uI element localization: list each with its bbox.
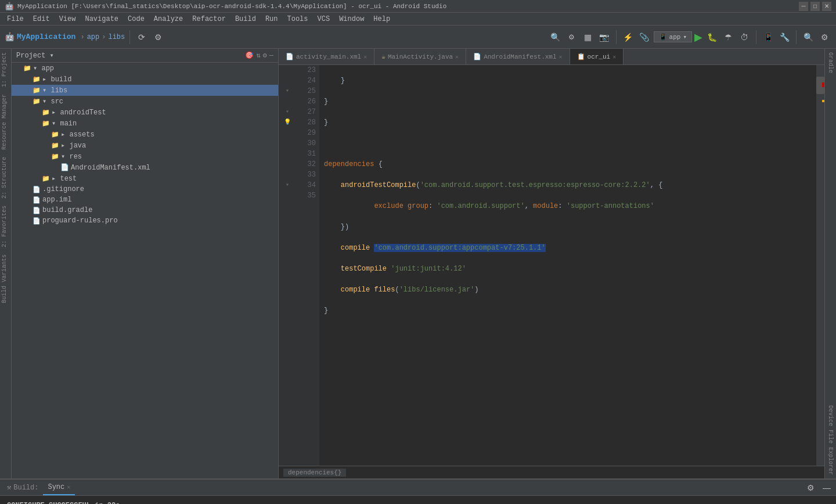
search-everywhere-button[interactable]: 🔍	[549, 30, 563, 44]
code-line-27: dependencies {	[324, 159, 812, 170]
tree-item-2[interactable]: 📁▾ libs	[12, 85, 278, 96]
sidebar-item-favorites[interactable]: 2: Favorites	[0, 202, 11, 251]
line-num-32: 32	[296, 159, 316, 170]
hide-icon[interactable]: —	[269, 52, 273, 60]
tab-androidmanifest-xml[interactable]: 📄 AndroidManifest.xml ✕	[466, 49, 570, 64]
tab-close-activity-main[interactable]: ✕	[363, 53, 367, 60]
line-numbers: 23 24 25 26 27 28 29 30 31 32 33 34 35	[296, 65, 319, 466]
bottom-tab-sync[interactable]: Sync ✕	[43, 480, 75, 495]
bottom-settings-button[interactable]: ⚙	[803, 481, 817, 495]
tree-item-1[interactable]: 📁▸ build	[12, 74, 278, 85]
minimize-button[interactable]: ─	[799, 2, 808, 11]
menu-item-build[interactable]: Build	[230, 14, 261, 24]
line-num-34: 34	[296, 180, 316, 190]
right-side-panel: Gradle Device File Explorer	[824, 49, 836, 478]
tab-activity-main-xml[interactable]: 📄 activity_main.xml ✕	[279, 49, 374, 64]
code-line-25: }	[324, 117, 812, 128]
debug-button[interactable]: 🐛	[705, 30, 719, 44]
app-name: MyApplication	[17, 33, 75, 41]
settings-icon[interactable]: ⚙	[263, 51, 267, 60]
menu-item-window[interactable]: Window	[334, 14, 369, 24]
menu-item-tools[interactable]: Tools	[283, 14, 313, 24]
run-button[interactable]: ▶	[694, 31, 702, 44]
menu-item-edit[interactable]: Edit	[28, 14, 55, 24]
menu-item-run[interactable]: Run	[261, 14, 283, 24]
tree-item-3[interactable]: 📁▾ src	[12, 96, 278, 107]
tree-item-12[interactable]: 📄app.iml	[12, 195, 278, 205]
maximize-button[interactable]: □	[810, 2, 820, 11]
bottom-minimize-button[interactable]: —	[820, 481, 834, 495]
settings-button[interactable]: ⚙	[565, 30, 579, 44]
power-button[interactable]: ⚡	[621, 30, 635, 44]
code-line-33: compile files('libs/license.jar')	[324, 285, 812, 295]
tree-item-11[interactable]: 📄.gitignore	[12, 184, 278, 195]
sidebar-item-device-file-explorer[interactable]: Device File Explorer	[826, 402, 835, 478]
menu-item-analyze[interactable]: Analyze	[149, 14, 188, 24]
tree-item-0[interactable]: 📁▾ app	[12, 63, 278, 74]
menu-item-view[interactable]: View	[55, 14, 81, 24]
gutter-32	[286, 159, 289, 170]
menu-item-navigate[interactable]: Navigate	[80, 14, 123, 24]
tree-item-label: ▸ build	[42, 75, 71, 84]
xml-icon2: 📄	[473, 53, 481, 60]
profile-button[interactable]: ⏱	[737, 30, 751, 44]
menu-item-file[interactable]: File	[2, 14, 28, 24]
menu-item-refactor[interactable]: Refactor	[188, 14, 230, 24]
menu-item-vcs[interactable]: VCS	[313, 14, 335, 24]
tree-item-6[interactable]: 📁▸ assets	[12, 129, 278, 140]
gradle-settings-button[interactable]: ⚙	[151, 30, 165, 44]
layout-button[interactable]: ▦	[581, 30, 595, 44]
sdk-button[interactable]: 🔧	[777, 30, 791, 44]
tab-close-ocr-ui[interactable]: ✕	[612, 53, 616, 60]
sidebar-item-project[interactable]: 1: Project	[0, 49, 11, 91]
gutter-35	[286, 190, 289, 201]
build-output[interactable]: CONFIGURE SUCCESSFUL in 22sWARNING: Conf…	[0, 496, 836, 504]
sidebar-item-resource-manager[interactable]: Resource Manager	[0, 91, 11, 153]
sidebar-item-gradle[interactable]: Gradle	[826, 49, 835, 77]
sort-icon[interactable]: ⇅	[256, 51, 260, 60]
android-icon: 🤖	[5, 32, 15, 42]
target-icon[interactable]: 🎯	[245, 51, 254, 60]
avd-button[interactable]: 📱	[761, 30, 775, 44]
tree-item-label: ▾ main	[52, 119, 77, 128]
tree-item-10[interactable]: 📁▸ test	[12, 173, 278, 184]
editor-scrollbar[interactable]	[816, 65, 824, 466]
code-line-28: androidTestCompile('com.android.support.…	[324, 180, 812, 190]
tab-label: MainActivity.java	[388, 53, 453, 60]
run-config-dropdown[interactable]: 📱 app ▾	[654, 31, 692, 42]
main-area: 1: Project Resource Manager 2: Structure…	[0, 49, 836, 478]
tree-item-9[interactable]: 📄AndroidManifest.xml	[12, 162, 278, 173]
camera-button[interactable]: 📷	[597, 30, 611, 44]
attach-button[interactable]: 📎	[637, 30, 651, 44]
tab-mainactivity-java[interactable]: ☕ MainActivity.java ✕	[374, 49, 466, 64]
code-editor[interactable]: ▾ ▾ 💡 ▾ 23 24 25 26 27 28 29	[279, 65, 824, 466]
tab-ocr-ui[interactable]: 📋 ocr_ui ✕	[570, 49, 624, 64]
sync-button[interactable]: ⟳	[135, 30, 149, 44]
code-content[interactable]: } } } dependencies { androidTestCompile(…	[319, 65, 816, 466]
tree-item-7[interactable]: 📁▸ java	[12, 140, 278, 151]
tree-item-label: ▾ src	[42, 97, 63, 106]
tree-item-4[interactable]: 📁▸ androidTest	[12, 107, 278, 118]
menu-item-help[interactable]: Help	[369, 14, 395, 24]
coverage-button[interactable]: ☂	[721, 30, 735, 44]
tree-item-5[interactable]: 📁▾ main	[12, 118, 278, 129]
sidebar-item-structure[interactable]: 2: Structure	[0, 153, 11, 202]
tab-close-mainactivity[interactable]: ✕	[455, 53, 459, 60]
menubar: FileEditViewNavigateCodeAnalyzeRefactorB…	[0, 13, 836, 26]
project-tree: 📁▾ app📁▸ build📁▾ libs📁▾ src📁▸ androidTes…	[12, 63, 278, 478]
settings2-button[interactable]: ⚙	[817, 30, 831, 44]
gutter-33	[286, 170, 289, 180]
tab-close-androidmanifest[interactable]: ✕	[559, 53, 563, 60]
bottom-tab-build-label[interactable]: ⚒ Build:	[2, 480, 43, 495]
toolbar-separator-4	[796, 30, 797, 44]
sidebar-item-build-variants[interactable]: Build Variants	[0, 251, 11, 307]
tree-item-13[interactable]: 📄build.gradle	[12, 205, 278, 215]
tree-item-8[interactable]: 📁▾ res	[12, 151, 278, 162]
sync-tab-close[interactable]: ✕	[67, 484, 70, 491]
menu-item-code[interactable]: Code	[123, 14, 149, 24]
search-button[interactable]: 🔍	[801, 30, 815, 44]
tree-item-label: AndroidManifest.xml	[71, 164, 150, 172]
close-button[interactable]: ✕	[822, 2, 831, 11]
tree-item-14[interactable]: 📄proguard-rules.pro	[12, 215, 278, 226]
line-num-24: 24	[296, 75, 316, 86]
